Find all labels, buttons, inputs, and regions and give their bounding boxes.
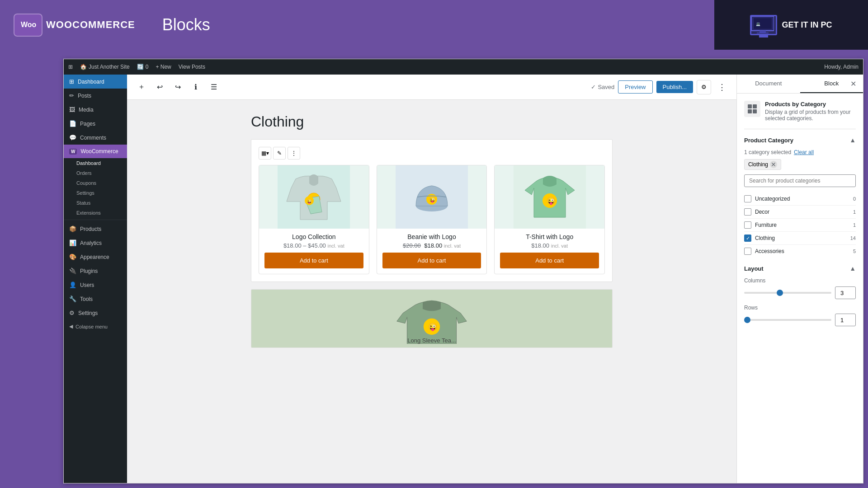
admin-bar-howdy: Howdy, Admin (824, 64, 859, 70)
comments-icon: 💬 (69, 134, 76, 141)
rows-slider[interactable] (744, 319, 831, 321)
products-icon: 📦 (69, 225, 76, 232)
more-options-btn[interactable]: ⋮ (715, 80, 729, 94)
panel-content: Products by Category Display a grid of p… (737, 94, 863, 483)
wp-admin-bar: ⊞ 🏠 Just Another Site 🔄 0 + New View Pos… (64, 59, 863, 75)
rows-row: 1 (744, 314, 856, 326)
block-info-title: Products by Category (765, 101, 856, 108)
undo-btn[interactable]: ↩ (152, 80, 167, 94)
sidebar-item-appearance[interactable]: 🎨 Appearence (64, 250, 127, 264)
block-editor-layout: ⊞ Dashboard ✏ Posts 🖼 Media 📄 Pages 💬 Co… (64, 75, 863, 483)
sidebar-sub-dashboard[interactable]: Dashboard (64, 158, 127, 168)
sidebar-sub-orders[interactable]: Orders (64, 168, 127, 178)
second-block-label: Long Sleeve Tea... (407, 337, 456, 344)
category-item-furniture[interactable]: Furniture 1 (744, 219, 856, 232)
category-item-decor[interactable]: Decor 1 (744, 206, 856, 219)
wp-window: ⊞ 🏠 Just Another Site 🔄 0 + New View Pos… (63, 59, 863, 483)
sidebar-item-pages[interactable]: 📄 Pages (64, 117, 127, 131)
sidebar-item-plugins[interactable]: 🔌 Plugins (64, 264, 127, 278)
remove-category-tag-btn[interactable]: ✕ (770, 161, 777, 168)
columns-input[interactable]: 3 (835, 286, 856, 299)
category-name-decor: Decor (755, 209, 853, 215)
columns-slider[interactable] (744, 292, 831, 294)
info-btn[interactable]: ℹ (189, 80, 203, 94)
preview-button[interactable]: Preview (618, 80, 652, 94)
settings-icon: ⚙ (69, 310, 75, 316)
sidebar-item-settings[interactable]: ⚙ Settings (64, 306, 127, 320)
sidebar-sub-extensions[interactable]: Extensions (64, 208, 127, 218)
admin-bar-notifications[interactable]: 🔄 0 (137, 64, 149, 70)
sidebar-item-analytics[interactable]: 📊 Analytics (64, 236, 127, 250)
saved-status: ✓ Saved (591, 84, 614, 90)
sidebar-item-media[interactable]: 🖼 Media (64, 103, 127, 117)
category-item-uncategorized[interactable]: Uncategorized 0 (744, 192, 856, 206)
appearance-icon: 🎨 (69, 253, 76, 260)
banner-title: Blocks (162, 15, 210, 34)
category-item-clothing[interactable]: ✓ Clothing 14 (744, 232, 856, 245)
category-count-furniture: 1 (853, 222, 856, 228)
media-icon: 🖼 (69, 106, 75, 113)
block-type-btn[interactable]: ▦▾ (259, 147, 271, 160)
product-name-2: Beanie with Logo (377, 229, 487, 242)
sidebar-sub-settings[interactable]: Settings (64, 188, 127, 198)
collapse-menu-btn[interactable]: ◀ Colapse menu (64, 320, 127, 333)
admin-bar-new[interactable]: + New (156, 64, 171, 70)
product-category-header[interactable]: Product Category ▲ (744, 136, 856, 144)
sidebar-item-comments[interactable]: 💬 Comments (64, 131, 127, 145)
add-to-cart-btn-2[interactable]: Add to cart (382, 253, 481, 268)
hoodie-svg: 😜 😜 (278, 165, 350, 229)
category-count-clothing: 14 (850, 235, 856, 241)
product-name-1: Logo Collection (259, 229, 369, 242)
svg-text:😜: 😜 (547, 197, 556, 205)
block-edit-btn[interactable]: ✎ (273, 147, 286, 160)
svg-text:Woo: Woo (21, 21, 37, 28)
category-checkbox-furniture[interactable] (744, 221, 751, 229)
sidebar-sub-coupons[interactable]: Coupons (64, 178, 127, 188)
category-checkbox-uncategorized[interactable] (744, 195, 751, 202)
sidebar-item-woocommerce[interactable]: W WooCommerce (64, 145, 127, 158)
clear-all-btn[interactable]: Clear all (794, 149, 814, 155)
ad-monitor-icon: 💻 (750, 15, 777, 35)
category-list: Uncategorized 0 Decor 1 Furniture 1 (744, 192, 856, 258)
tab-document[interactable]: Document (737, 75, 800, 93)
sidebar-item-posts[interactable]: ✏ Posts (64, 89, 127, 103)
block-info: Products by Category Display a grid of p… (744, 101, 856, 129)
editor-content: Clothing ▦▾ ✎ ⋮ (127, 100, 736, 483)
category-name-furniture: Furniture (755, 222, 853, 228)
sidebar-sub-status[interactable]: Status (64, 198, 127, 208)
dashboard-icon: ⊞ (69, 78, 74, 85)
svg-rect-22 (748, 104, 752, 108)
add-to-cart-btn-1[interactable]: Add to cart (264, 253, 363, 268)
admin-bar-view-posts[interactable]: View Posts (179, 64, 205, 70)
sidebar-item-users[interactable]: 👤 Users (64, 278, 127, 292)
sidebar-item-tools[interactable]: 🔧 Tools (64, 292, 127, 306)
admin-bar-home[interactable]: 🏠 Just Another Site (80, 64, 130, 70)
wp-logo-icon[interactable]: ⊞ (68, 64, 73, 70)
category-checkbox-decor[interactable] (744, 208, 751, 216)
list-view-btn[interactable]: ☰ (207, 80, 221, 94)
category-checkbox-clothing[interactable]: ✓ (744, 235, 751, 242)
redo-btn[interactable]: ↪ (170, 80, 185, 94)
woocommerce-icon: W (69, 149, 77, 155)
editor-toolbar: ＋ ↩ ↪ ℹ ☰ ✓ Saved Preview Publish... ⚙ ⋮ (127, 75, 736, 100)
sidebar-item-dashboard[interactable]: ⊞ Dashboard (64, 75, 127, 89)
product-category-title: Product Category (744, 137, 793, 144)
block-more-btn[interactable]: ⋮ (288, 147, 300, 160)
category-search-input[interactable] (744, 174, 856, 187)
rows-input[interactable]: 1 (835, 314, 856, 326)
category-item-accessories[interactable]: Accessories 5 (744, 245, 856, 258)
tshirt-svg: 😜 (514, 165, 586, 229)
layout-section-header[interactable]: Layout ▲ (744, 265, 856, 272)
add-block-btn[interactable]: ＋ (134, 80, 149, 94)
product-card-3: 😜 T-Shirt with Logo $18.00 incl. vat Add… (494, 165, 605, 274)
settings-panel-btn[interactable]: ⚙ (697, 80, 711, 94)
publish-button[interactable]: Publish... (656, 81, 693, 93)
add-to-cart-btn-3[interactable]: Add to cart (500, 253, 599, 268)
panel-close-btn[interactable]: ✕ (847, 78, 859, 90)
plugins-icon: 🔌 (69, 267, 76, 274)
category-checkbox-accessories[interactable] (744, 248, 751, 255)
sidebar-divider (64, 220, 127, 220)
grid-block-icon (747, 103, 758, 114)
sidebar-item-products[interactable]: 📦 Products (64, 222, 127, 236)
users-icon: 👤 (69, 282, 76, 288)
